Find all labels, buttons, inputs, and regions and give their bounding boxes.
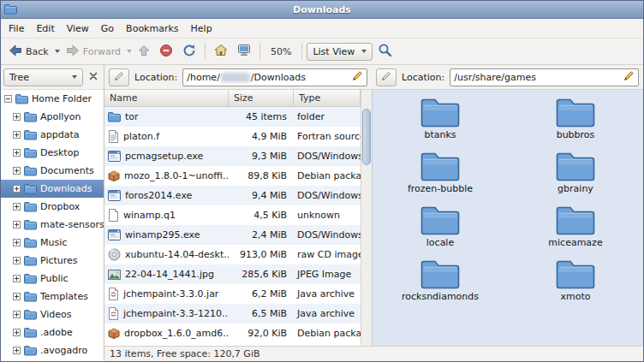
title-bar[interactable]: Downloads <box>1 1 643 19</box>
location-input-right[interactable]: /usr/share/games <box>450 68 639 86</box>
file-row[interactable]: pcmagsetup.exe9,3 MiBDOS/Windows ex... <box>104 146 361 166</box>
file-name: platon.f <box>123 131 159 142</box>
sidebar-item-music[interactable]: Music <box>1 234 104 252</box>
file-name: jchempaint-3.3.0.jar <box>123 288 218 300</box>
sidebar-item-appdata[interactable]: appdata <box>1 126 104 144</box>
forward-history-dropdown[interactable] <box>126 47 133 56</box>
folder-item-frozen-bubble[interactable]: frozen-bubble <box>389 151 492 194</box>
expander-closed-icon[interactable] <box>13 167 21 175</box>
file-name: jchempaint-3.3-1210... <box>123 308 229 319</box>
expander-closed-icon[interactable] <box>13 293 21 300</box>
file-size: 92,0 KiB <box>229 328 294 339</box>
home-button[interactable] <box>210 41 232 62</box>
file-size: 285,6 KiB <box>229 269 294 280</box>
sidebar-item-label: Home Folder <box>32 93 92 104</box>
expander-closed-icon[interactable] <box>13 113 21 121</box>
sidebar-close-button[interactable] <box>86 69 101 85</box>
expander-closed-icon[interactable] <box>13 275 21 282</box>
file-name-cell: xubuntu-14.04-deskt... <box>104 248 229 261</box>
expander-closed-icon[interactable] <box>13 149 21 157</box>
expander-closed-icon[interactable] <box>13 239 21 246</box>
sidebar-item-apollyon[interactable]: Apollyon <box>1 108 104 126</box>
file-row[interactable]: winamp.q14,5 KiBunknown <box>104 205 361 225</box>
folder-item-btanks[interactable]: btanks <box>389 97 492 140</box>
exe-icon <box>108 190 121 201</box>
expander-closed-icon[interactable] <box>13 347 21 354</box>
sidebar-item--adobe[interactable]: .adobe <box>1 323 104 341</box>
expander-closed-icon[interactable] <box>13 185 21 193</box>
reload-button[interactable] <box>178 41 200 62</box>
menu-help[interactable]: Help <box>185 21 218 37</box>
folder-icon <box>24 327 37 338</box>
sidebar-item-public[interactable]: Public <box>1 270 104 288</box>
menu-bookmarks[interactable]: Bookmarks <box>120 21 184 37</box>
sidebar-item-label: Documents <box>40 165 94 176</box>
view-mode-select[interactable]: List View <box>307 43 373 61</box>
sidebar-item-desktop[interactable]: Desktop <box>1 144 104 162</box>
expander-closed-icon[interactable] <box>13 257 21 264</box>
expander-closed-icon[interactable] <box>13 131 21 139</box>
folder-item-xmoto[interactable]: xmoto <box>524 258 627 302</box>
column-header-size[interactable]: Size <box>229 90 294 107</box>
folder-item-bubbros[interactable]: bubbros <box>524 97 627 140</box>
file-size: 4,9 MiB <box>229 131 294 142</box>
folder-icon <box>420 205 460 235</box>
sidebar-item-dropbox[interactable]: Dropbox <box>1 198 104 216</box>
deb-icon <box>108 170 120 181</box>
expander-closed-icon[interactable] <box>13 329 21 336</box>
file-row[interactable]: xubuntu-14.04-deskt...913,0 MiBraw CD im… <box>104 245 361 264</box>
menu-edit[interactable]: Edit <box>30 21 60 37</box>
folder-item-miceamaze[interactable]: miceamaze <box>524 205 627 248</box>
computer-button[interactable] <box>233 41 255 62</box>
file-row[interactable]: 22-04-14_1441.jpg285,6 KiBJPEG Image <box>104 264 361 284</box>
expander-closed-icon[interactable] <box>13 221 21 228</box>
sidebar-item-mate-sensors-[interactable]: mate-sensors- <box>1 216 104 234</box>
menu-go[interactable]: Go <box>95 21 120 37</box>
location-path-suffix: /Downloads <box>251 72 306 83</box>
menu-file[interactable]: File <box>3 21 30 37</box>
folder-item-rocksndiamonds[interactable]: rocksndiamonds <box>389 258 492 302</box>
forward-button[interactable]: Forward <box>62 42 125 62</box>
sidebar-item-label: Templates <box>40 291 88 302</box>
jar-icon <box>108 288 119 300</box>
sidebar-item-documents[interactable]: Documents <box>1 162 104 180</box>
folder-item-gbrainy[interactable]: gbrainy <box>524 151 627 194</box>
toggle-location-entry-button-left[interactable] <box>109 68 129 86</box>
list-column-headers: Name Size Type <box>104 90 361 107</box>
file-type: Debian package <box>294 328 361 339</box>
file-row[interactable]: foros2014.exe9,4 MiBDOS/Windows ex... <box>104 186 361 205</box>
file-row[interactable]: tor45 itemsfolder <box>104 107 361 127</box>
expander-closed-icon[interactable] <box>13 311 21 318</box>
back-button[interactable]: Back <box>4 42 53 62</box>
file-list-scrollbar[interactable] <box>361 90 372 346</box>
file-row[interactable]: dropbox_1.6.0_amd6...92,0 KiBDebian pack… <box>104 323 361 343</box>
sidebar-item-downloads[interactable]: Downloads <box>1 180 104 198</box>
file-row[interactable]: jchempaint-3.3-1210...6,5 MiBJava archiv… <box>104 304 361 323</box>
file-row[interactable]: jchempaint-3.3.0.jar6,2 MiBJava archive <box>104 284 361 304</box>
sidebar-item--avogadro[interactable]: .avogadro <box>1 341 104 359</box>
zoom-level[interactable]: 50% <box>265 46 297 57</box>
location-input-left[interactable]: /home//Downloads <box>182 68 367 86</box>
file-row[interactable]: mozo_1.8.0-1~unoffi...89,8 KiBDebian pac… <box>104 166 361 186</box>
sidebar-item-videos[interactable]: Videos <box>1 306 104 323</box>
sidebar-item-pictures[interactable]: Pictures <box>1 252 104 270</box>
stop-button[interactable] <box>155 41 177 62</box>
expander-closed-icon[interactable] <box>13 203 21 211</box>
toggle-location-entry-button-right[interactable] <box>376 68 397 86</box>
file-row[interactable]: platon.f4,9 MiBFortran source co... <box>104 127 361 146</box>
search-button[interactable] <box>373 40 397 62</box>
up-button[interactable] <box>134 42 154 62</box>
reload-icon <box>182 44 196 60</box>
column-header-type[interactable]: Type <box>294 90 361 107</box>
folder-item-locale[interactable]: locale <box>389 205 492 248</box>
column-header-name[interactable]: Name <box>104 90 229 107</box>
back-history-dropdown[interactable] <box>54 47 61 56</box>
file-row[interactable]: winamp295.exe2,4 MiBDOS/Windows ex... <box>104 225 361 245</box>
folder-icon <box>24 345 37 356</box>
expander-open-icon[interactable] <box>4 95 12 103</box>
sidebar-item-templates[interactable]: Templates <box>1 288 104 306</box>
scrollbar-thumb[interactable] <box>362 109 371 165</box>
sidebar-mode-select[interactable]: Tree <box>3 68 83 86</box>
sidebar-item-home-folder[interactable]: Home Folder <box>1 90 104 108</box>
menu-view[interactable]: View <box>61 21 95 37</box>
